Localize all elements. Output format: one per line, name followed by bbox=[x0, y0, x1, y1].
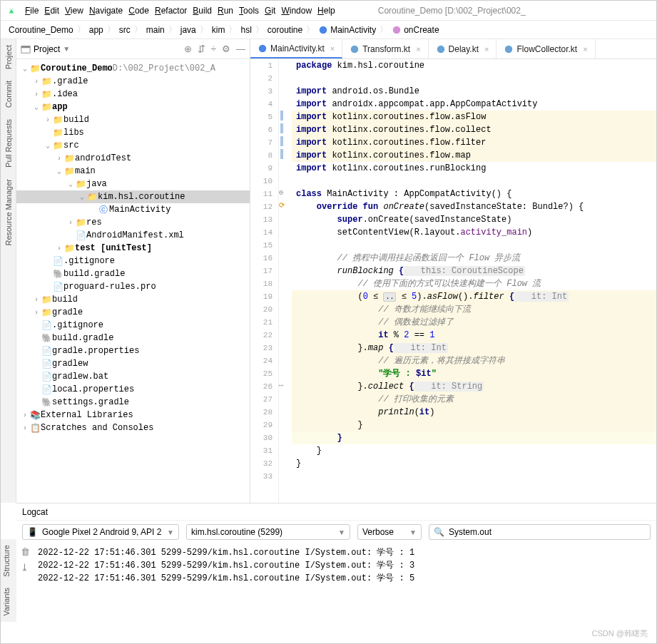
code-line[interactable]: setContentView(R.layout.activity_main) bbox=[292, 226, 656, 239]
tree-row[interactable]: 📁libs bbox=[16, 126, 250, 139]
device-selector[interactable]: 📱Google Pixel 2 Android 9, API 2▼ bbox=[22, 524, 179, 540]
tree-row[interactable]: 🐘build.gradle bbox=[16, 267, 250, 280]
tree-row[interactable]: 📄.gitignore bbox=[16, 319, 250, 332]
tree-row[interactable]: ⌄📁Coroutine_Demo D:\002_Project\002_A bbox=[16, 62, 250, 75]
menu-help[interactable]: Help bbox=[317, 6, 335, 16]
tree-row[interactable]: 📄gradlew bbox=[16, 357, 250, 370]
tree-row[interactable]: ⓒMainActivity bbox=[16, 203, 250, 216]
breadcrumb-item[interactable]: main bbox=[144, 25, 167, 35]
tree-row[interactable]: ⌄📁main bbox=[16, 165, 250, 178]
sidebar-tab-variants[interactable]: Variants bbox=[1, 582, 12, 622]
menu-tools[interactable]: Tools bbox=[239, 6, 259, 16]
code-line[interactable] bbox=[292, 470, 656, 483]
close-icon[interactable]: × bbox=[330, 44, 335, 53]
code-line[interactable]: // 携程中调用挂起函数返回一个 Flow 异步流 bbox=[292, 252, 656, 265]
tree-row[interactable]: ›📁androidTest bbox=[16, 152, 250, 165]
breadcrumb-item[interactable]: java bbox=[178, 25, 198, 35]
log-level-selector[interactable]: Verbose▼ bbox=[357, 524, 422, 540]
target-icon[interactable]: ⊕ bbox=[184, 44, 192, 54]
project-view-label[interactable]: Project bbox=[34, 44, 60, 54]
package-selector[interactable]: kim.hsl.coroutine (5299)▼ bbox=[186, 524, 350, 540]
trash-icon[interactable]: 🗑 bbox=[21, 546, 30, 559]
code-line[interactable]: } bbox=[292, 419, 656, 431]
log-line[interactable]: 2022-12-22 17:51:46.301 5299-5299/kim.hs… bbox=[38, 572, 651, 585]
tree-row[interactable]: ›📁test [unitTest] bbox=[16, 242, 250, 255]
logcat-title[interactable]: Logcat bbox=[22, 507, 48, 517]
expand-icon[interactable]: ⇵ bbox=[198, 44, 205, 54]
breadcrumb-item[interactable]: kim bbox=[210, 25, 228, 35]
divide-icon[interactable]: ÷ bbox=[211, 44, 216, 54]
tree-row[interactable]: 🐘build.gradle bbox=[16, 332, 250, 344]
tree-row[interactable]: ›📁gradle bbox=[16, 306, 250, 319]
code-line[interactable]: } bbox=[292, 457, 656, 470]
code-line[interactable]: // 打印收集的元素 bbox=[292, 393, 656, 406]
scroll-end-icon[interactable]: ⤓ bbox=[21, 562, 30, 575]
menu-refactor[interactable]: Refactor bbox=[155, 6, 187, 16]
tree-row[interactable]: 📄proguard-rules.pro bbox=[16, 280, 250, 293]
sidebar-tab-structure[interactable]: Structure bbox=[1, 539, 12, 583]
breadcrumb-item[interactable]: MainActivity bbox=[316, 25, 378, 35]
tree-row[interactable]: ›📚External Libraries bbox=[16, 409, 250, 421]
tree-row[interactable]: ›📋Scratches and Consoles bbox=[16, 421, 250, 434]
log-line[interactable]: 2022-12-22 17:51:46.301 5299-5299/kim.hs… bbox=[38, 559, 651, 572]
filter-input[interactable]: 🔍System.out bbox=[429, 524, 651, 540]
code-line[interactable]: } bbox=[292, 444, 656, 457]
menu-file[interactable]: File bbox=[25, 6, 39, 16]
tree-row[interactable]: 📄AndroidManifest.xml bbox=[16, 229, 250, 242]
tree-row[interactable]: ›📁res bbox=[16, 216, 250, 229]
menu-navigate[interactable]: Navigate bbox=[89, 6, 123, 16]
breadcrumb-item[interactable]: Coroutine_Demo bbox=[6, 25, 76, 35]
tree-row[interactable]: 🐘settings.gradle bbox=[16, 396, 250, 409]
log-line[interactable]: 2022-12-22 17:51:46.301 5299-5299/kim.hs… bbox=[38, 546, 651, 559]
tree-row[interactable]: ›📁build bbox=[16, 293, 250, 306]
code-line[interactable]: import kotlinx.coroutines.flow.collect bbox=[292, 123, 656, 136]
breadcrumb-item[interactable]: coroutine bbox=[265, 25, 305, 35]
close-icon[interactable]: × bbox=[484, 45, 489, 53]
code-line[interactable]: import kotlinx.coroutines.flow.asFlow bbox=[292, 111, 656, 123]
tree-row[interactable]: ⌄📁java bbox=[16, 178, 250, 190]
tree-row[interactable]: 📄gradle.properties bbox=[16, 344, 250, 357]
menu-code[interactable]: Code bbox=[128, 6, 149, 16]
gear-icon[interactable]: ⚙ bbox=[222, 44, 230, 54]
code-line[interactable]: }.map { it: Int bbox=[292, 342, 656, 354]
code-line[interactable]: } bbox=[292, 431, 656, 444]
editor-tab[interactable]: MainActivity.kt× bbox=[250, 39, 342, 58]
code-line[interactable] bbox=[292, 175, 656, 188]
editor-tab[interactable]: Delay.kt× bbox=[429, 39, 497, 58]
code-line[interactable]: }.collect { it: String bbox=[292, 380, 656, 393]
close-icon[interactable]: × bbox=[583, 45, 587, 53]
code-line[interactable]: class MainActivity : AppCompatActivity()… bbox=[292, 188, 656, 200]
code-line[interactable]: // 使用下面的方式可以快速构建一个 Flow 流 bbox=[292, 277, 656, 290]
menu-git[interactable]: Git bbox=[265, 6, 275, 16]
code-line[interactable]: import kotlinx.coroutines.flow.filter bbox=[292, 136, 656, 149]
code-line[interactable]: super.onCreate(savedInstanceState) bbox=[292, 213, 656, 226]
menu-window[interactable]: Window bbox=[281, 6, 312, 16]
code-line[interactable]: it % 2 == 1 bbox=[292, 329, 656, 342]
menu-edit[interactable]: Edit bbox=[44, 6, 59, 16]
code-line[interactable] bbox=[292, 239, 656, 252]
tree-row[interactable]: ⌄📁app bbox=[16, 101, 250, 113]
editor-tab[interactable]: FlowCollector.kt× bbox=[496, 39, 595, 58]
tree-row[interactable]: ›📁build bbox=[16, 113, 250, 126]
menu-build[interactable]: Build bbox=[193, 6, 212, 16]
hide-icon[interactable]: — bbox=[236, 44, 245, 54]
code-line[interactable]: override fun onCreate(savedInstanceState… bbox=[292, 200, 656, 213]
breadcrumb-item[interactable]: hsl bbox=[238, 25, 253, 35]
code-editor[interactable]: package kim.hsl.coroutineimport android.… bbox=[292, 59, 656, 503]
sidebar-tab-project[interactable]: Project bbox=[3, 39, 14, 75]
tree-row[interactable]: ›📁.gradle bbox=[16, 75, 250, 88]
close-icon[interactable]: × bbox=[416, 45, 420, 53]
code-line[interactable]: runBlocking { this: CoroutineScope bbox=[292, 265, 656, 277]
code-line[interactable]: println(it) bbox=[292, 406, 656, 419]
log-output[interactable]: 🗑 ⤓ 2022-12-22 17:51:46.301 5299-5299/ki… bbox=[16, 543, 656, 599]
breadcrumb-item[interactable]: app bbox=[87, 25, 106, 35]
code-line[interactable]: import kotlinx.coroutines.runBlocking bbox=[292, 162, 656, 175]
code-line[interactable]: (0 ≤ .. ≤ 5).asFlow().filter { it: Int bbox=[292, 290, 656, 303]
tree-row[interactable]: 📄.gitignore bbox=[16, 255, 250, 267]
tree-row[interactable]: ⌄📁kim.hsl.coroutine bbox=[16, 190, 250, 203]
sidebar-tab-commit[interactable]: Commit bbox=[3, 75, 14, 113]
code-line[interactable]: package kim.hsl.coroutine bbox=[292, 59, 656, 72]
breadcrumb-item[interactable]: onCreate bbox=[389, 25, 441, 35]
tree-row[interactable]: 📄local.properties bbox=[16, 383, 250, 396]
menu-view[interactable]: View bbox=[65, 6, 83, 16]
